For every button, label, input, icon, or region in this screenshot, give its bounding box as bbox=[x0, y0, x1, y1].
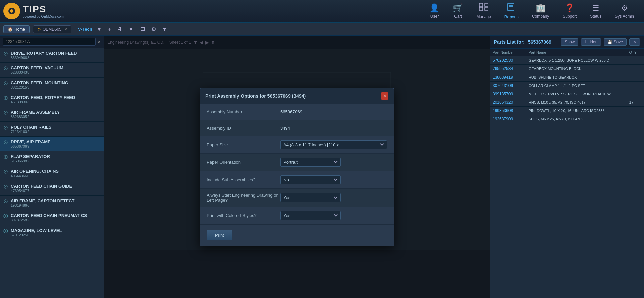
svg-rect-10 bbox=[485, 7, 488, 11]
sysadmin-icon: ⚙ bbox=[621, 3, 628, 13]
right-panel-title: Parts List for: 565367069 bbox=[494, 39, 551, 45]
col-part-number: Part Number bbox=[490, 49, 526, 56]
sidebar-item-text-4: AIR FRAME ASSEMBLY862683052 bbox=[11, 110, 60, 119]
sidebar-items: DRIVE, ROTARY CARTON FEED863949668CARTON… bbox=[0, 48, 104, 240]
print-button[interactable]: Print bbox=[207, 230, 232, 240]
table-row[interactable]: 201664320HHCS, M10 x 35, A2-70, ISO 4017… bbox=[490, 98, 644, 107]
modal-close-button[interactable]: ✕ bbox=[381, 92, 388, 100]
sidebar-item-9[interactable]: CARTON FEED CHAIN GUIDE473954677 bbox=[0, 181, 104, 196]
sidebar-item-name-3: CARTON FEED, ROTARY FEED bbox=[11, 95, 75, 100]
add-item-button[interactable]: + bbox=[106, 26, 113, 33]
sidebar-item-5[interactable]: POLY CHAIN RAILS711341602 bbox=[0, 122, 104, 137]
nav-item-company[interactable]: 🏢 Company bbox=[532, 3, 549, 19]
modal-header: Print Assembly Options for 565367069 (34… bbox=[200, 88, 394, 104]
close-parts-button[interactable]: ✕ bbox=[629, 38, 640, 46]
sidebar-item-11[interactable]: CARTON FEED CHAIN PNEUMATICS397872582 bbox=[0, 210, 104, 225]
part-number-cell-0: 670202530 bbox=[490, 56, 526, 65]
table-row[interactable]: 192687909SHCS, M6 x 25, A2-70, ISO 4762 bbox=[490, 115, 644, 123]
table-row[interactable]: 138039419HUB, SPLINE TO GEARBOX bbox=[490, 73, 644, 82]
svg-rect-9 bbox=[479, 7, 483, 11]
assembly-id-row: Assembly ID 3494 bbox=[200, 120, 394, 136]
right-panel-header: Parts List for: 565367069 Show Hidden 💾 … bbox=[490, 36, 644, 49]
search-input[interactable] bbox=[3, 38, 96, 46]
sidebar-item-12[interactable]: MAGAZINE, LOW LEVEL579129250 bbox=[0, 225, 104, 240]
nav-item-reports[interactable]: Reports bbox=[504, 3, 519, 19]
center-content: Engineering Drawing(s) a... OD... Sheet … bbox=[104, 36, 490, 298]
sidebar-item-7[interactable]: FLAP SEPARATOR515066982 bbox=[0, 151, 104, 166]
tab-home[interactable]: 🏠 Home bbox=[3, 25, 30, 33]
sidebar-item-num-0: 863949668 bbox=[11, 56, 77, 60]
print-assembly-modal: Print Assembly Options for 565367069 (34… bbox=[200, 88, 394, 246]
col-part-name: Part Name bbox=[526, 49, 627, 56]
table-row[interactable]: 670202530GEARBOX, 5-1 1.250, BORE HOLLOW… bbox=[490, 56, 644, 65]
table-row[interactable]: 399135709MOTOR SERVO VP SERIES LOW INERT… bbox=[490, 90, 644, 98]
add-button[interactable]: ▼ bbox=[95, 26, 104, 33]
sidebar-item-2[interactable]: CARTON FEED, MOUNTING382120153 bbox=[0, 78, 104, 92]
paper-size-select[interactable]: A4 (8.3 x 11.7 inches) [210 x Letter (8.… bbox=[280, 140, 387, 149]
sidebar-item-name-10: AIR FRAME, CARTON DETECT bbox=[11, 198, 74, 203]
sidebar-item-0[interactable]: DRIVE, ROTARY CARTON FEED863949668 bbox=[0, 48, 104, 63]
company-icon: 🏢 bbox=[536, 3, 546, 13]
include-sub-select[interactable]: No Yes bbox=[280, 175, 341, 184]
save-button[interactable]: 💾 Save bbox=[604, 38, 627, 46]
nav-item-status[interactable]: ☰ Status bbox=[590, 3, 601, 19]
sidebar-item-name-0: DRIVE, ROTARY CARTON FEED bbox=[11, 51, 77, 56]
sidebar-item-6[interactable]: DRIVE, AIR FRAME565367069 bbox=[0, 137, 104, 151]
show-button[interactable]: Show bbox=[561, 38, 578, 46]
sidebar-item-text-1: CARTON FEED, VACUUM528830438 bbox=[11, 65, 63, 74]
colored-styles-label: Print with Colored Styles? bbox=[207, 213, 280, 218]
sidebar-item-num-7: 515066982 bbox=[11, 159, 50, 163]
sidebar-item-text-5: POLY CHAIN RAILS711341602 bbox=[11, 125, 51, 134]
vtech-label: V-Tech bbox=[78, 27, 92, 32]
nav-item-manage[interactable]: Manage bbox=[476, 3, 491, 19]
table-row[interactable]: 765952584GEARBOX MOUNTING BLOCK bbox=[490, 65, 644, 73]
sidebar-item-num-3: 461398303 bbox=[11, 100, 75, 104]
svg-point-28 bbox=[5, 142, 6, 143]
modal-backdrop: Print Assembly Options for 565367069 (34… bbox=[104, 36, 490, 298]
nav-item-cart[interactable]: 🛒 Cart bbox=[453, 3, 463, 19]
more-button[interactable]: ▼ bbox=[127, 26, 136, 33]
home-icon: 🏠 bbox=[8, 27, 13, 32]
always-start-select[interactable]: Yes No bbox=[280, 193, 341, 202]
sidebar-item-name-1: CARTON FEED, VACUUM bbox=[11, 65, 63, 70]
sidebar-item-icon-11 bbox=[3, 214, 8, 219]
sidebar-item-icon-0 bbox=[3, 51, 8, 57]
assembly-id-label: Assembly ID bbox=[207, 126, 280, 131]
support-icon: ❓ bbox=[565, 3, 575, 13]
settings-button[interactable]: ⚙ bbox=[150, 25, 158, 33]
part-number-cell-2: 138039419 bbox=[490, 73, 526, 82]
part-name-cell-6: PIN, DOWEL, 10 X 20, 16, UNHARC ISO2338 bbox=[526, 107, 627, 115]
sidebar-item-name-2: CARTON FEED, MOUNTING bbox=[11, 80, 68, 85]
sidebar-item-icon-6 bbox=[3, 140, 8, 146]
tab-close-icon[interactable]: ✕ bbox=[64, 27, 67, 31]
table-row[interactable]: 199353608PIN, DOWEL, 10 X 20, 16, UNHARC… bbox=[490, 107, 644, 115]
paper-orientation-label: Paper Orientation bbox=[207, 160, 280, 165]
part-qty-cell-6 bbox=[626, 107, 644, 115]
svg-point-22 bbox=[5, 97, 6, 99]
search-clear-icon[interactable]: ✕ bbox=[97, 39, 101, 44]
nav-item-support[interactable]: ❓ Support bbox=[562, 3, 577, 19]
sidebar-item-name-5: POLY CHAIN RAILS bbox=[11, 125, 51, 130]
hidden-button[interactable]: Hidden bbox=[581, 38, 601, 46]
image-button[interactable]: 🖼 bbox=[138, 26, 147, 33]
sidebar-item-4[interactable]: AIR FRAME ASSEMBLY862683052 bbox=[0, 107, 104, 122]
nav-item-sysadmin[interactable]: ⚙ Sys Admin bbox=[615, 3, 634, 19]
sidebar-item-icon-12 bbox=[3, 229, 8, 234]
table-row[interactable]: 307643109COLLAR CLAMP 1-1/4 -1 PC SET bbox=[490, 82, 644, 90]
sidebar-item-10[interactable]: AIR FRAME, CARTON DETECT193194866 bbox=[0, 196, 104, 210]
more2-button[interactable]: ▼ bbox=[160, 26, 169, 33]
print-tool-button[interactable]: 🖨 bbox=[115, 26, 124, 33]
sidebar-item-icon-5 bbox=[3, 125, 8, 131]
second-nav: 🏠 Home ⚙ OEMD505 ✕ V-Tech ▼ + 🖨 ▼ 🖼 ⚙ ▼ bbox=[0, 23, 644, 36]
logo-tips-label: TIPS bbox=[23, 4, 64, 15]
svg-rect-8 bbox=[485, 3, 488, 7]
sidebar-item-1[interactable]: CARTON FEED, VACUUM528830438 bbox=[0, 63, 104, 78]
colored-styles-select[interactable]: Yes No bbox=[280, 211, 341, 220]
tab-oemd505[interactable]: ⚙ OEMD505 ✕ bbox=[33, 25, 71, 33]
sidebar-item-3[interactable]: CARTON FEED, ROTARY FEED461398303 bbox=[0, 92, 104, 107]
part-qty-cell-0 bbox=[626, 56, 644, 65]
reports-icon bbox=[507, 3, 516, 13]
sidebar-item-8[interactable]: AIR OPENING, CHAINS405443660 bbox=[0, 166, 104, 181]
paper-orientation-select[interactable]: Portrait Landscape bbox=[280, 158, 341, 167]
nav-item-user[interactable]: 👤 User bbox=[429, 3, 439, 19]
